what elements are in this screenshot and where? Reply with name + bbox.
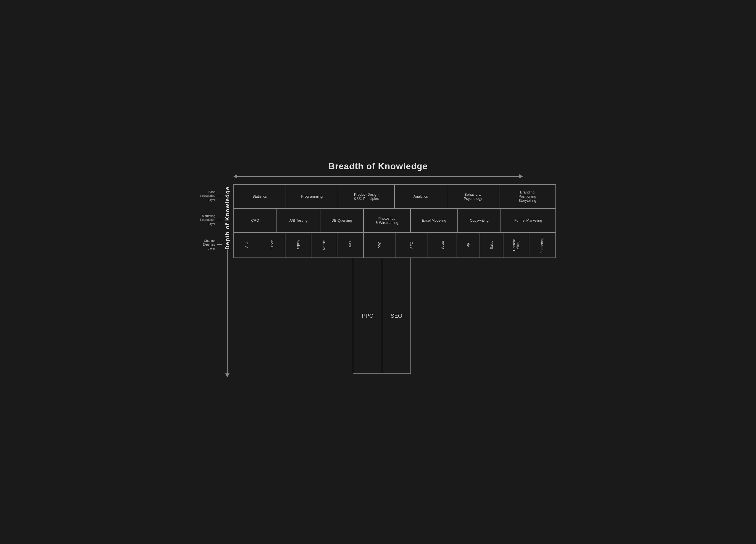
cell-photoshop: Photoshop& Wireframing <box>363 209 410 232</box>
cell-ppc-top: PPC <box>363 233 396 258</box>
cell-behavioral-psychology: BehavioralPsychology <box>447 185 499 208</box>
ppc-label: PPC <box>362 313 373 319</box>
cell-analytics: Analytics <box>394 185 446 208</box>
channel-label-row: Channel Expertise Layer <box>200 232 222 257</box>
cell-programming: Programming <box>286 185 338 208</box>
cell-email: Email <box>338 233 363 258</box>
depth-arrow-head <box>225 373 230 377</box>
breadth-title: Breadth of Knowledge <box>200 161 556 172</box>
breadth-arrow <box>200 174 556 179</box>
cell-statistics: Statistics <box>234 185 286 208</box>
t-left-empty <box>233 258 353 374</box>
base-row: Statistics Programming Product Design& U… <box>234 185 555 208</box>
cell-social: Social <box>428 233 457 258</box>
outer-border: Statistics Programming Product Design& U… <box>233 184 556 258</box>
cell-ab-testing: A/B Testing <box>276 209 320 232</box>
base-layer-label: Base Knowledge Layer <box>200 190 215 202</box>
depth-v-line <box>227 250 228 373</box>
cell-db-querying: DB Querying <box>320 209 363 232</box>
base-label-row: Base Knowledge Layer <box>200 184 222 208</box>
t-right-empty <box>411 258 556 374</box>
cell-mobile: Mobile <box>311 233 337 258</box>
depth-arrow-container: Depth of Knowledge <box>224 184 231 377</box>
cell-seo-top: SEO <box>396 233 428 258</box>
cell-pr: PR <box>457 233 480 258</box>
left-panel: Base Knowledge Layer Marketing Foundatio… <box>200 184 233 377</box>
seo-label: SEO <box>391 313 402 319</box>
cell-display: Display <box>285 233 311 258</box>
row-labels: Base Knowledge Layer Marketing Foundatio… <box>200 184 224 257</box>
cell-content-mktng: ContentMktng <box>503 233 529 258</box>
foundation-label-row: Marketing Foundation Layer <box>200 208 222 232</box>
cell-cro: CRO <box>234 209 277 232</box>
tick-foundation <box>217 220 222 220</box>
cell-partnership: Partnership <box>529 233 555 258</box>
seo-deep-col: SEO <box>382 258 411 374</box>
cell-excel-modeling: Excel Modeling <box>410 209 457 232</box>
ppc-deep-col: PPC <box>353 258 382 374</box>
diagram-area: Statistics Programming Product Design& U… <box>233 184 556 374</box>
t-shape-bottom: PPC SEO <box>233 258 556 374</box>
cell-viral: Viral <box>234 233 259 258</box>
title-area: Breadth of Knowledge <box>200 161 556 172</box>
main-container: Breadth of Knowledge Base Knowledge Laye… <box>189 150 567 394</box>
tick-channel <box>217 244 222 245</box>
arrow-line-h <box>237 176 519 177</box>
cell-sales: Sales <box>480 233 503 258</box>
tick-base <box>217 196 222 196</box>
cell-funnel-marketing: Funnel Marketing <box>501 209 555 232</box>
h-arrow-line <box>233 174 523 179</box>
cell-product-design: Product Design& UX Principles <box>338 185 394 208</box>
cell-branding: BrandingPositioningStorytelling <box>499 185 555 208</box>
arrow-left-head <box>233 174 237 179</box>
depth-label: Depth of Knowledge <box>224 184 231 250</box>
content-area: Base Knowledge Layer Marketing Foundatio… <box>200 184 556 377</box>
arrow-right-head <box>519 174 523 179</box>
cell-fb-ads: FB Ads <box>259 233 285 258</box>
channel-layer-label: Channel Expertise Layer <box>203 239 215 251</box>
channel-row: Viral FB Ads Display Mobile Email PPC SE… <box>234 232 555 258</box>
foundation-layer-label: Marketing Foundation Layer <box>200 214 215 226</box>
foundation-row: CRO A/B Testing DB Querying Photoshop& W… <box>234 208 555 232</box>
cell-copywriting: Copywriting <box>457 209 501 232</box>
